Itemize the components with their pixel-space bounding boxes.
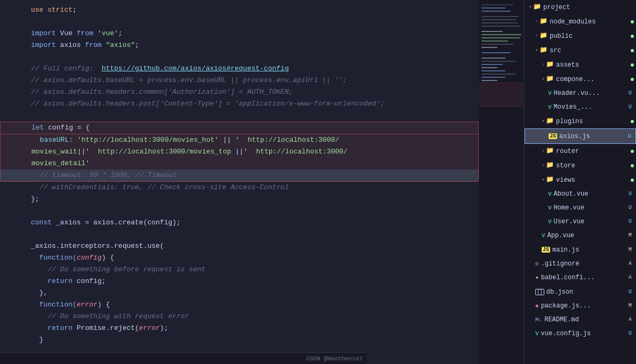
line-content: function(error) { — [31, 300, 110, 310]
sidebar-item[interactable]: ✦babel.confi...A — [525, 271, 636, 285]
sidebar-item[interactable]: ▾📁project — [525, 0, 636, 14]
sidebar-item[interactable]: ›📁assets — [525, 58, 636, 72]
sidebar-item-label: plugins — [556, 116, 583, 127]
sidebar-item[interactable]: VAbout.vueU — [525, 187, 636, 201]
file-status-dot — [631, 179, 634, 182]
code-line: // Do something before request is sent — [0, 264, 479, 276]
sidebar-item[interactable]: ▾📁compone... — [525, 72, 636, 86]
file-status-dot — [631, 150, 634, 153]
chevron-right-icon: ›📁 — [535, 15, 550, 28]
sidebar-item[interactable]: JSmain.jsM — [525, 242, 636, 257]
file-badge: A — [626, 272, 634, 284]
sidebar-item[interactable]: Vvue.config.jsU — [525, 327, 636, 341]
git-icon: ⊙ — [535, 258, 541, 270]
package-icon: ◈ — [535, 300, 541, 312]
line-content: let config = { — [31, 123, 90, 133]
sidebar-item[interactable]: ◈package.js...M — [525, 299, 636, 313]
sidebar-item-label: node_modules — [550, 16, 595, 28]
sidebar-item[interactable]: ▾📁plugins — [525, 114, 636, 128]
svg-rect-1 — [480, 83, 523, 107]
code-line: import Vue from 'vue'; — [0, 28, 479, 39]
sidebar-item[interactable]: {}db.jsonU — [525, 285, 636, 299]
vueconfig-icon: V — [535, 328, 541, 339]
code-line — [0, 16, 479, 28]
line-content: movies_wait||' http://localhost:3000/mov… — [31, 147, 348, 157]
sidebar-item[interactable]: ›📁router — [525, 144, 636, 158]
line-content: // axios.defaults.headers.common['Author… — [31, 87, 293, 98]
svg-rect-15 — [481, 52, 511, 53]
file-status-dot — [631, 49, 634, 52]
svg-rect-2 — [481, 4, 513, 5]
line-content: _axios.interceptors.request.use( — [31, 241, 164, 252]
svg-rect-6 — [481, 19, 516, 20]
file-badge: A — [626, 258, 634, 270]
sidebar-item[interactable]: VUser.vueU — [525, 215, 636, 229]
svg-rect-0 — [479, 0, 524, 364]
json-icon: {} — [535, 286, 546, 298]
sidebar-item[interactable]: M↓README.mdA — [525, 313, 636, 327]
file-badge: A — [626, 314, 634, 326]
sidebar-item-label: App.vue — [548, 230, 574, 241]
sidebar-item-label: compone... — [556, 74, 594, 85]
chevron-down-icon: ▾📁 — [542, 73, 556, 85]
code-line: // Full config: https://github.com/axios… — [0, 63, 479, 75]
sidebar-item[interactable]: ▾📁views — [525, 173, 636, 187]
sidebar-item[interactable]: VHome.vueU — [525, 201, 636, 215]
file-status-dot — [631, 20, 634, 23]
sidebar-item-label: User.vue — [554, 216, 585, 228]
code-line — [0, 205, 479, 217]
code-line: return Promise.reject(error); — [0, 322, 479, 334]
code-line: }, — [0, 287, 479, 299]
file-badge: M — [626, 244, 634, 256]
line-content: // axios.defaults.baseURL = process.env.… — [31, 75, 347, 86]
sidebar-item-label: store — [556, 160, 575, 172]
code-line: const _axios = axios.create(config); — [0, 217, 479, 229]
line-content: // Do something with request error — [31, 311, 189, 322]
sidebar-item[interactable]: ›📁store — [525, 158, 636, 173]
svg-rect-18 — [481, 64, 503, 65]
code-line: } — [0, 334, 479, 346]
chevron-down-icon: ▾📁 — [542, 115, 556, 127]
svg-rect-22 — [481, 77, 505, 78]
js-icon: JS — [542, 244, 552, 256]
sidebar-item[interactable]: ›📁node_modules — [525, 14, 636, 29]
vue-icon: V — [548, 188, 554, 200]
status-bar: CSDN @Naothen142 — [0, 352, 367, 364]
file-status-dot — [631, 120, 634, 123]
chevron-right-icon: ›📁 — [535, 30, 550, 42]
sidebar-item-label: README.md — [544, 314, 579, 326]
sidebar-item-label: Home.vue — [554, 202, 585, 214]
svg-rect-5 — [481, 16, 519, 17]
sidebar-item[interactable]: JSaxios.jsU — [525, 128, 636, 144]
file-badge: U — [626, 202, 634, 214]
sidebar-item-label: Movies_... — [554, 101, 592, 113]
sidebar-item-label: public — [550, 30, 573, 42]
code-line: movies_detail' — [0, 158, 479, 169]
vue-icon: V — [548, 101, 554, 113]
vue-icon: V — [548, 87, 554, 99]
svg-rect-7 — [481, 22, 518, 23]
line-content: // timeout: 60 * 1000, // Timeout — [31, 170, 177, 181]
sidebar-item[interactable]: VMovies_...U — [525, 100, 636, 114]
line-content — [31, 206, 35, 216]
file-explorer: ▾📁project›📁node_modules›📁public▾📁src›📁as… — [524, 0, 636, 364]
sidebar-item-label: main.js — [552, 244, 579, 256]
chevron-right-icon: ›📁 — [542, 159, 556, 172]
sidebar-item[interactable]: ▾📁src — [525, 43, 636, 58]
line-content: }; — [31, 194, 39, 205]
sidebar-item[interactable]: VHeader.vu...U — [525, 86, 636, 100]
sidebar-item-label: package.js... — [541, 300, 591, 312]
sidebar-item-label: db.json — [546, 286, 573, 298]
code-line: // axios.defaults.baseURL = process.env.… — [0, 75, 479, 86]
code-line: }; — [0, 193, 479, 205]
line-content — [31, 52, 35, 62]
line-content — [31, 110, 35, 121]
sidebar-item[interactable]: ›📁public — [525, 29, 636, 43]
svg-rect-20 — [481, 70, 505, 71]
code-line: function(error) { — [0, 299, 479, 311]
chevron-down-icon: ▾📁 — [542, 174, 556, 186]
code-line: use strict; — [0, 4, 479, 16]
sidebar-item[interactable]: VApp.vueM — [525, 229, 636, 242]
sidebar-item[interactable]: ⊙.gitignoreA — [525, 257, 636, 271]
sidebar-item-label: src — [550, 45, 561, 56]
